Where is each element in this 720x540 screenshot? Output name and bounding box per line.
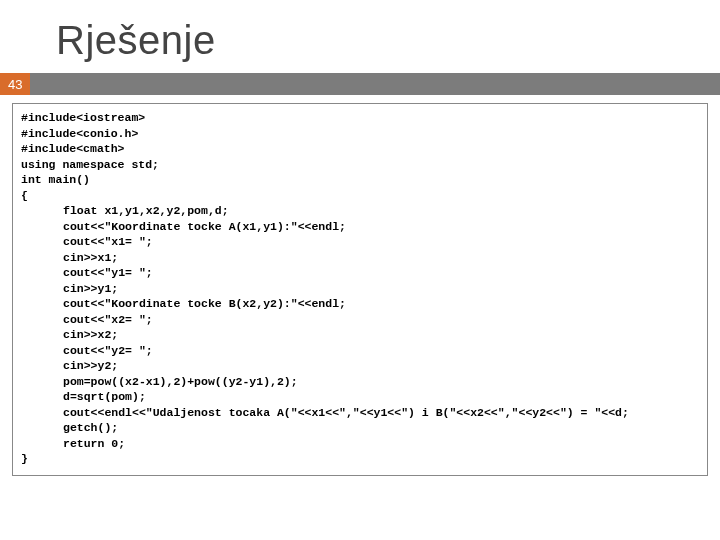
code-line: return 0; [21,436,699,452]
code-line: cout<<"x1= "; [21,234,699,250]
code-line: #include<conio.h> [21,127,138,140]
code-line: cout<<"y2= "; [21,343,699,359]
code-line: float x1,y1,x2,y2,pom,d; [21,203,699,219]
code-line: cin>>x2; [21,327,699,343]
slide-title: Rješenje [0,0,720,73]
code-line: cin>>x1; [21,250,699,266]
code-line: cin>>y2; [21,358,699,374]
slide: Rješenje 43 #include<iostream> #include<… [0,0,720,540]
code-line: int main() [21,173,90,186]
code-line: getch(); [21,420,699,436]
code-line: cout<<"Koordinate tocke A(x1,y1):"<<endl… [21,219,699,235]
code-line: d=sqrt(pom); [21,389,699,405]
code-content: #include<iostream> #include<conio.h> #in… [21,110,699,467]
code-line: #include<iostream> [21,111,145,124]
code-line: pom=pow((x2-x1),2)+pow((y2-y1),2); [21,374,699,390]
header-stripe: 43 [0,73,720,95]
code-line: using namespace std; [21,158,159,171]
code-line: } [21,452,28,465]
code-line: cout<<endl<<"Udaljenost tocaka A("<<x1<<… [21,405,699,421]
code-line: #include<cmath> [21,142,125,155]
slide-number-badge: 43 [0,73,30,95]
code-line: cout<<"y1= "; [21,265,699,281]
code-block: #include<iostream> #include<conio.h> #in… [12,103,708,476]
code-line: cout<<"x2= "; [21,312,699,328]
code-line: { [21,189,28,202]
code-line: cout<<"Koordinate tocke B(x2,y2):"<<endl… [21,296,699,312]
code-line: cin>>y1; [21,281,699,297]
